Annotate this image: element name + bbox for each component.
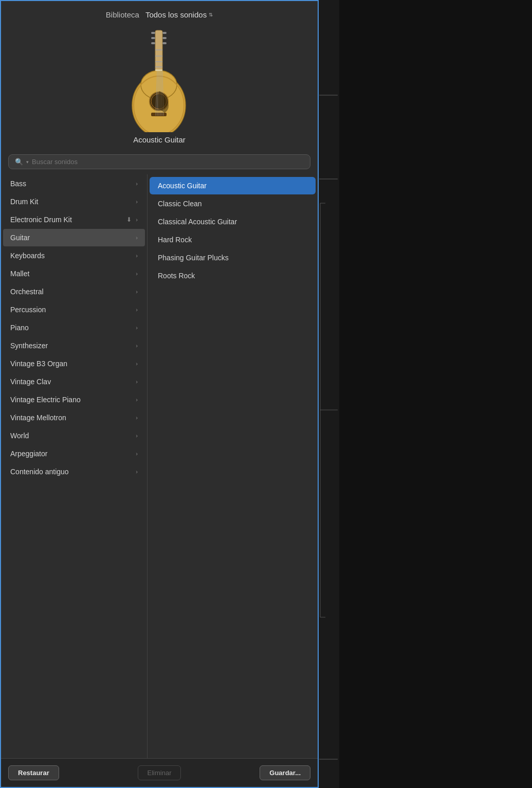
library-panel: Biblioteca Todos los sonidos ⇅ (0, 0, 319, 788)
selector-label: Todos los sonidos (145, 10, 207, 19)
category-item-vintage-mellotron[interactable]: Vintage Mellotron› (3, 409, 145, 426)
chevron-right-icon: › (136, 433, 138, 439)
chevron-right-icon: › (136, 289, 138, 295)
svg-rect-1 (151, 32, 155, 34)
svg-rect-4 (162, 32, 167, 34)
category-item-electronic-drum-kit[interactable]: Electronic Drum Kit⬇› (3, 211, 145, 228)
svg-rect-2 (151, 37, 155, 39)
category-label: Vintage Electric Piano (10, 396, 81, 404)
list-container: Bass›Drum Kit›Electronic Drum Kit⬇›Guita… (1, 174, 318, 758)
chevron-right-icon: › (136, 415, 138, 421)
category-label: Keyboards (10, 252, 45, 260)
connector-lines (318, 0, 339, 788)
search-icon: 🔍 (15, 158, 23, 166)
chevron-right-icon: › (136, 235, 138, 241)
chevron-right-icon: › (136, 451, 138, 457)
category-label: Electronic Drum Kit (10, 216, 72, 224)
category-list: Bass›Drum Kit›Electronic Drum Kit⬇›Guita… (1, 174, 148, 758)
sound-item-roots-rock[interactable]: Roots Rock (150, 267, 316, 284)
guitar-image (113, 29, 206, 132)
category-item-bass[interactable]: Bass› (3, 175, 145, 192)
category-item-world[interactable]: World› (3, 427, 145, 444)
chevron-right-icon: › (136, 469, 138, 475)
instrument-display: Acoustic Guitar (1, 24, 318, 154)
chevron-right-icon: › (136, 325, 138, 331)
category-label: Vintage Clav (10, 378, 51, 386)
biblioteca-label: Biblioteca (106, 10, 139, 19)
bottom-bar: Restaurar Eliminar Guardar... (1, 758, 318, 787)
sound-list: Acoustic GuitarClassic CleanClassical Ac… (148, 174, 318, 758)
chevron-right-icon: › (136, 307, 138, 313)
header: Biblioteca Todos los sonidos ⇅ (1, 1, 318, 24)
eliminar-button[interactable]: Eliminar (138, 765, 181, 780)
category-label: Bass (10, 180, 26, 188)
category-label: Orchestral (10, 288, 44, 296)
category-item-synthesizer[interactable]: Synthesizer› (3, 337, 145, 354)
category-item-mallet[interactable]: Mallet› (3, 265, 145, 282)
chevron-right-icon: › (136, 271, 138, 277)
search-chevron-icon: ▾ (26, 159, 29, 165)
category-item-keyboards[interactable]: Keyboards› (3, 247, 145, 264)
category-label: Vintage B3 Organ (10, 360, 67, 368)
instrument-name: Acoustic Guitar (133, 135, 186, 144)
download-icon: ⬇ (126, 216, 132, 223)
category-item-orchestral[interactable]: Orchestral› (3, 283, 145, 300)
sound-item-phasing-guitar-plucks[interactable]: Phasing Guitar Plucks (150, 249, 316, 266)
sound-selector[interactable]: Todos los sonidos ⇅ (145, 10, 213, 19)
search-bar[interactable]: 🔍 ▾ (8, 154, 310, 169)
category-item-vintage-clav[interactable]: Vintage Clav› (3, 373, 145, 390)
chevron-right-icon: › (136, 181, 138, 187)
category-label: Arpeggiator (10, 450, 47, 458)
category-label: Drum Kit (10, 198, 38, 206)
chevron-right-icon: › (136, 379, 138, 385)
category-item-drum-kit[interactable]: Drum Kit› (3, 193, 145, 210)
category-label: Vintage Mellotron (10, 414, 66, 422)
chevron-right-icon: › (136, 199, 138, 205)
category-item-piano[interactable]: Piano› (3, 319, 145, 336)
svg-rect-0 (155, 30, 162, 71)
svg-rect-23 (155, 69, 162, 71)
category-item-percussion[interactable]: Percussion› (3, 301, 145, 318)
category-item-vintage-electric-piano[interactable]: Vintage Electric Piano› (3, 391, 145, 408)
chevron-right-icon: › (136, 253, 138, 259)
category-label: Piano (10, 324, 29, 332)
category-item-contenido-antiguo[interactable]: Contenido antiguo› (3, 463, 145, 480)
right-area (339, 0, 532, 788)
chevron-right-icon: › (136, 397, 138, 403)
category-label: Guitar (10, 234, 30, 242)
chevron-right-icon: › (136, 343, 138, 349)
sound-item-classic-clean[interactable]: Classic Clean (150, 195, 316, 212)
selector-chevron-icon: ⇅ (209, 12, 213, 17)
category-label: Contenido antiguo (10, 468, 69, 476)
chevron-right-icon: › (136, 361, 138, 367)
category-label: Mallet (10, 270, 29, 278)
category-label: World (10, 432, 29, 440)
restaurar-button[interactable]: Restaurar (8, 765, 59, 780)
category-item-vintage-b3-organ[interactable]: Vintage B3 Organ› (3, 355, 145, 372)
svg-rect-6 (162, 42, 167, 44)
sound-item-hard-rock[interactable]: Hard Rock (150, 231, 316, 248)
sound-item-acoustic-guitar[interactable]: Acoustic Guitar (150, 177, 316, 194)
svg-rect-5 (162, 37, 167, 39)
category-label: Synthesizer (10, 342, 48, 350)
guardar-button[interactable]: Guardar... (260, 765, 310, 780)
svg-rect-3 (151, 42, 155, 44)
chevron-right-icon: › (136, 217, 138, 223)
sound-item-classical-acoustic-guitar[interactable]: Classical Acoustic Guitar (150, 213, 316, 230)
search-input[interactable] (32, 158, 304, 166)
category-item-guitar[interactable]: Guitar› (3, 229, 145, 246)
category-label: Percussion (10, 306, 46, 314)
category-item-arpeggiator[interactable]: Arpeggiator› (3, 445, 145, 462)
